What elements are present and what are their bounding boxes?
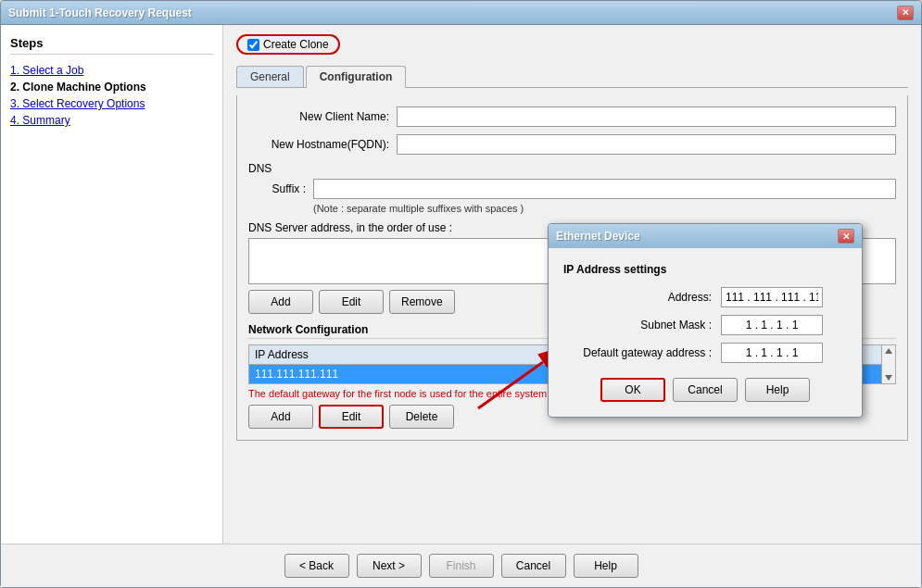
back-button[interactable]: < Back bbox=[284, 554, 349, 578]
dialog-subnet-row: Subnet Mask : bbox=[563, 315, 847, 335]
cell-ip: 111.111.111.111 bbox=[249, 365, 588, 384]
dialog-gateway-row: Default gateway address : bbox=[563, 343, 847, 363]
network-edit-button[interactable]: Edit bbox=[319, 405, 384, 429]
help-button[interactable]: Help bbox=[574, 554, 638, 578]
create-clone-box: Create Clone bbox=[236, 34, 340, 55]
hostname-row: New Hostname(FQDN): bbox=[248, 134, 896, 155]
dialog-body: IP Address settings Address: Subnet Mask… bbox=[549, 248, 862, 417]
dialog-section-title: IP Address settings bbox=[563, 263, 847, 276]
dialog-cancel-button[interactable]: Cancel bbox=[673, 378, 738, 402]
dialog-address-input[interactable] bbox=[721, 287, 823, 307]
dns-section: DNS Suffix : (Note : separate multiple s… bbox=[248, 162, 896, 214]
dialog-subnet-input[interactable] bbox=[721, 315, 823, 335]
scrollbar[interactable] bbox=[881, 344, 896, 384]
dialog-title: Ethernet Device bbox=[556, 230, 640, 243]
hostname-label: New Hostname(FQDN): bbox=[248, 138, 397, 151]
tab-configuration[interactable]: Configuration bbox=[306, 66, 407, 88]
dns-suffix-row: Suffix : bbox=[267, 179, 896, 199]
scroll-down-icon bbox=[885, 375, 892, 381]
close-button[interactable]: ✕ bbox=[897, 6, 914, 20]
sidebar-title: Steps bbox=[10, 36, 213, 55]
create-clone-checkbox[interactable] bbox=[247, 39, 259, 51]
network-add-button[interactable]: Add bbox=[248, 405, 313, 429]
scroll-up-icon bbox=[885, 348, 892, 354]
sidebar-item-step3[interactable]: 3. Select Recovery Options bbox=[10, 97, 213, 110]
sidebar: Steps 1. Select a Job 2. Clone Machine O… bbox=[1, 25, 223, 544]
dialog-gateway-input[interactable] bbox=[721, 343, 823, 363]
dialog-close-button[interactable]: ✕ bbox=[838, 229, 854, 244]
dialog-ok-button[interactable]: OK bbox=[600, 378, 665, 402]
cancel-button[interactable]: Cancel bbox=[501, 554, 566, 578]
window-controls: ✕ bbox=[897, 6, 914, 20]
col-ip: IP Address bbox=[249, 345, 588, 365]
tabs: General Configuration bbox=[236, 66, 908, 88]
dns-suffix-input[interactable] bbox=[313, 179, 896, 199]
dns-note: (Note : separate multiple suffixes with … bbox=[313, 203, 896, 214]
tab-general[interactable]: General bbox=[236, 66, 304, 87]
client-name-input[interactable] bbox=[397, 106, 896, 127]
dns-title: DNS bbox=[248, 162, 896, 175]
main-window: Submit 1-Touch Recovery Request ✕ Steps … bbox=[0, 0, 922, 588]
dialog-address-label: Address: bbox=[563, 291, 721, 304]
bottom-bar: < Back Next > Finish Cancel Help bbox=[1, 544, 921, 587]
create-clone-row: Create Clone bbox=[236, 34, 908, 55]
next-button[interactable]: Next > bbox=[357, 554, 422, 578]
network-delete-button[interactable]: Delete bbox=[389, 405, 454, 429]
sidebar-item-step2: 2. Clone Machine Options bbox=[10, 81, 213, 94]
dns-remove-button[interactable]: Remove bbox=[389, 290, 455, 314]
client-name-row: New Client Name: bbox=[248, 106, 896, 127]
hostname-input[interactable] bbox=[397, 134, 896, 155]
dialog-buttons: OK Cancel Help bbox=[563, 378, 847, 402]
client-name-label: New Client Name: bbox=[248, 110, 397, 123]
ethernet-dialog: Ethernet Device ✕ IP Address settings Ad… bbox=[548, 223, 863, 418]
dialog-help-button[interactable]: Help bbox=[745, 378, 810, 402]
create-clone-label: Create Clone bbox=[263, 38, 329, 51]
dns-add-button[interactable]: Add bbox=[248, 290, 313, 314]
dialog-title-bar: Ethernet Device ✕ bbox=[549, 224, 862, 248]
dialog-address-row: Address: bbox=[563, 287, 847, 307]
dns-suffix-label: Suffix : bbox=[267, 182, 313, 195]
dns-edit-button[interactable]: Edit bbox=[319, 290, 384, 314]
finish-button[interactable]: Finish bbox=[429, 554, 494, 578]
sidebar-item-step4[interactable]: 4. Summary bbox=[10, 114, 213, 127]
window-title: Submit 1-Touch Recovery Request bbox=[8, 6, 192, 19]
dialog-gateway-label: Default gateway address : bbox=[563, 346, 721, 359]
title-bar: Submit 1-Touch Recovery Request ✕ bbox=[1, 1, 921, 25]
sidebar-item-step1[interactable]: 1. Select a Job bbox=[10, 64, 213, 77]
dialog-subnet-label: Subnet Mask : bbox=[563, 319, 721, 332]
